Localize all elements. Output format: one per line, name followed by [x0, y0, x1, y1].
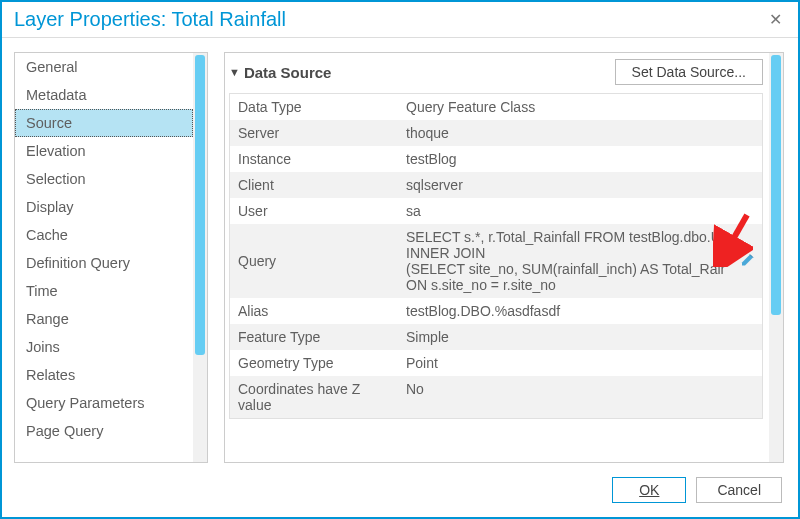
sidebar-item-label: Display	[26, 199, 74, 215]
property-value: sqlserver	[398, 172, 762, 198]
property-label: Server	[230, 120, 398, 146]
property-label: Coordinates have Z value	[230, 376, 398, 418]
property-value: thoque	[398, 120, 762, 146]
table-row: Data TypeQuery Feature Class	[230, 94, 762, 120]
sidebar-scroll-thumb[interactable]	[195, 55, 205, 355]
section-header: ▼ Data Source Set Data Source...	[229, 59, 763, 85]
section-title-row[interactable]: ▼ Data Source	[229, 64, 331, 81]
properties-table: Data TypeQuery Feature ClassServerthoque…	[229, 93, 763, 419]
sidebar-item-display[interactable]: Display	[15, 193, 193, 221]
sidebar-item-label: Joins	[26, 339, 60, 355]
main-scroll-thumb[interactable]	[771, 55, 781, 315]
sidebar-item-label: Selection	[26, 171, 86, 187]
sidebar-item-definition-query[interactable]: Definition Query	[15, 249, 193, 277]
sidebar-item-label: Time	[26, 283, 58, 299]
sidebar-item-label: General	[26, 59, 78, 75]
sidebar-list: GeneralMetadataSourceElevationSelectionD…	[15, 53, 193, 462]
property-label: Geometry Type	[230, 350, 398, 376]
sidebar-item-joins[interactable]: Joins	[15, 333, 193, 361]
property-value: testBlog.DBO.%asdfasdf	[398, 298, 762, 324]
sidebar-item-time[interactable]: Time	[15, 277, 193, 305]
property-value: Point	[398, 350, 762, 376]
section-title: Data Source	[244, 64, 332, 81]
cancel-button[interactable]: Cancel	[696, 477, 782, 503]
sidebar-item-relates[interactable]: Relates	[15, 361, 193, 389]
sidebar-item-selection[interactable]: Selection	[15, 165, 193, 193]
main-content: ▼ Data Source Set Data Source... Data Ty…	[225, 53, 769, 462]
sidebar-item-query-parameters[interactable]: Query Parameters	[15, 389, 193, 417]
sidebar-item-label: Query Parameters	[26, 395, 144, 411]
table-row: Geometry TypePoint	[230, 350, 762, 376]
sidebar-item-label: Definition Query	[26, 255, 130, 271]
sidebar-item-label: Range	[26, 311, 69, 327]
sidebar: GeneralMetadataSourceElevationSelectionD…	[14, 52, 208, 463]
dialog-footer: OK Cancel	[2, 463, 798, 517]
property-value: testBlog	[398, 146, 762, 172]
sidebar-item-label: Source	[26, 115, 72, 131]
property-label: User	[230, 198, 398, 224]
table-row: Usersa	[230, 198, 762, 224]
property-label: Feature Type	[230, 324, 398, 350]
titlebar: Layer Properties: Total Rainfall ✕	[2, 2, 798, 38]
table-row: Clientsqlserver	[230, 172, 762, 198]
sidebar-item-label: Page Query	[26, 423, 103, 439]
pencil-icon[interactable]	[740, 252, 756, 271]
sidebar-item-label: Elevation	[26, 143, 86, 159]
ok-button[interactable]: OK	[612, 477, 686, 503]
property-value: sa	[398, 198, 762, 224]
dialog-body: GeneralMetadataSourceElevationSelectionD…	[2, 38, 798, 463]
property-label: Query	[230, 224, 398, 298]
property-value: SELECT s.*, r.Total_Rainfall FROM testBl…	[398, 224, 762, 298]
property-label: Alias	[230, 298, 398, 324]
close-icon[interactable]: ✕	[763, 8, 788, 31]
property-value: Query Feature Class	[398, 94, 762, 120]
property-label: Data Type	[230, 94, 398, 120]
table-row: Serverthoque	[230, 120, 762, 146]
main-scrollbar[interactable]	[769, 53, 783, 462]
table-row: InstancetestBlog	[230, 146, 762, 172]
sidebar-item-elevation[interactable]: Elevation	[15, 137, 193, 165]
sidebar-scrollbar[interactable]	[193, 53, 207, 462]
sidebar-item-page-query[interactable]: Page Query	[15, 417, 193, 445]
main-panel: ▼ Data Source Set Data Source... Data Ty…	[224, 52, 784, 463]
sidebar-item-metadata[interactable]: Metadata	[15, 81, 193, 109]
table-row: Feature TypeSimple	[230, 324, 762, 350]
caret-down-icon: ▼	[229, 66, 240, 78]
sidebar-item-general[interactable]: General	[15, 53, 193, 81]
sidebar-item-source[interactable]: Source	[15, 109, 193, 137]
set-data-source-button[interactable]: Set Data Source...	[615, 59, 763, 85]
sidebar-item-range[interactable]: Range	[15, 305, 193, 333]
table-row: QuerySELECT s.*, r.Total_Rainfall FROM t…	[230, 224, 762, 298]
property-value: No	[398, 376, 762, 418]
property-label: Client	[230, 172, 398, 198]
property-label: Instance	[230, 146, 398, 172]
dialog-window: Layer Properties: Total Rainfall ✕ Gener…	[0, 0, 800, 519]
sidebar-item-cache[interactable]: Cache	[15, 221, 193, 249]
table-row: AliastestBlog.DBO.%asdfasdf	[230, 298, 762, 324]
sidebar-item-label: Cache	[26, 227, 68, 243]
table-row: Coordinates have Z valueNo	[230, 376, 762, 418]
sidebar-item-label: Relates	[26, 367, 75, 383]
dialog-title: Layer Properties: Total Rainfall	[14, 8, 286, 31]
sidebar-item-label: Metadata	[26, 87, 86, 103]
property-value: Simple	[398, 324, 762, 350]
